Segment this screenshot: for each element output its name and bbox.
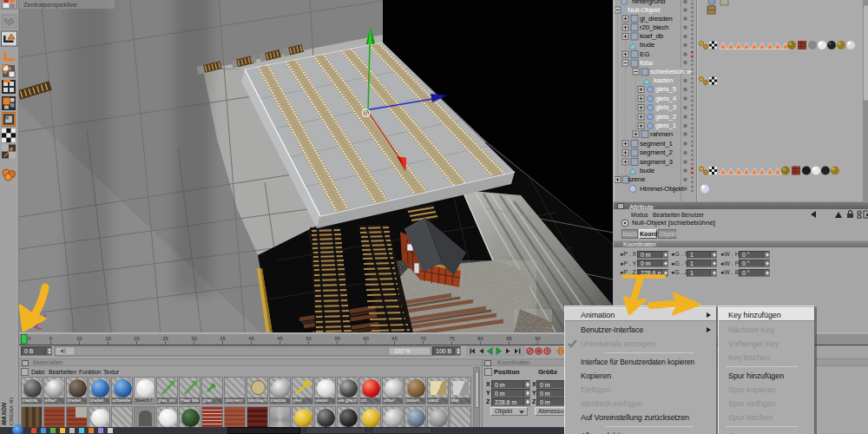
svg-text:Zentralperspektive: Zentralperspektive	[23, 1, 77, 9]
svg-text:CINEMA 4D: CINEMA 4D	[9, 397, 14, 425]
svg-text:100 %: 100 %	[394, 348, 411, 354]
svg-text:85: 85	[506, 336, 512, 341]
svg-text:90: 90	[535, 336, 541, 341]
svg-text:60: 60	[363, 336, 369, 341]
svg-text:40: 40	[248, 336, 254, 341]
svg-text:50: 50	[306, 336, 312, 341]
svg-text:10: 10	[76, 336, 82, 341]
svg-text:25: 25	[162, 336, 168, 341]
svg-text:35: 35	[220, 336, 226, 341]
svg-text:75: 75	[449, 336, 455, 341]
svg-text:65: 65	[391, 336, 398, 341]
svg-text:20: 20	[134, 336, 140, 341]
svg-text:30: 30	[191, 336, 197, 341]
svg-text:z: z	[43, 312, 47, 319]
svg-text:55: 55	[334, 336, 340, 341]
svg-text:45: 45	[277, 336, 283, 341]
svg-text:15: 15	[105, 336, 111, 341]
svg-text:70: 70	[420, 336, 426, 341]
svg-text:x: x	[36, 326, 40, 332]
svg-text:80: 80	[477, 336, 483, 341]
svg-text:MAXON: MAXON	[1, 402, 7, 425]
